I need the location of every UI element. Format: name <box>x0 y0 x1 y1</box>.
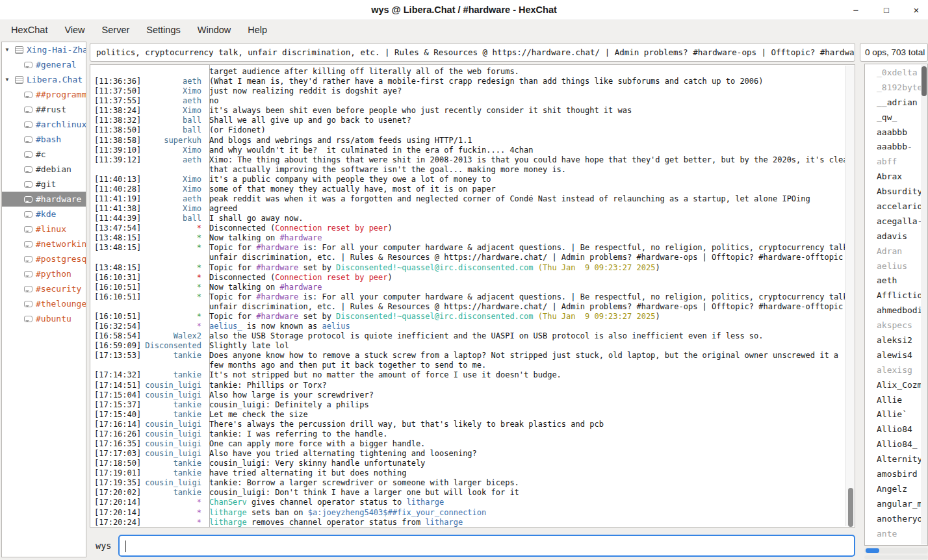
menu-help[interactable]: Help <box>239 20 276 40</box>
user-list-item[interactable]: Allio84_ <box>865 437 921 452</box>
topic-input[interactable]: politics, cryptocurrency talk, unfair di… <box>90 43 855 62</box>
expander-icon[interactable]: ▼ <box>2 77 12 83</box>
user-list-item[interactable]: aleksi2 <box>865 333 921 348</box>
tree-channel-postgresql[interactable]: #postgresql <box>2 251 86 266</box>
nick[interactable]: tankie <box>144 459 205 468</box>
tree-channel-hardware[interactable]: #hardware <box>2 192 86 207</box>
tree-channel-debian[interactable]: #debian <box>2 162 86 177</box>
tree-channel-git[interactable]: #git <box>2 177 86 192</box>
userlist-hscrollbar[interactable] <box>864 548 928 554</box>
nick[interactable]: tankie <box>144 410 205 420</box>
user-list-item[interactable]: acegalla- <box>865 214 921 229</box>
user-list-item[interactable]: _8192byte <box>865 81 921 95</box>
user-list-item[interactable]: Allie` <box>865 407 921 422</box>
user-list-item[interactable]: accelario <box>865 199 921 214</box>
nick[interactable]: cousin_luigi <box>144 478 205 488</box>
user-list-item[interactable]: Angelz <box>865 482 921 497</box>
user-list-item[interactable]: Allio84 <box>865 422 921 437</box>
tree-channel-archlinux[interactable]: #archlinux <box>2 117 86 132</box>
nick[interactable]: aeth <box>144 194 205 204</box>
menu-view[interactable]: View <box>56 20 93 40</box>
user-list-item[interactable]: _qw_ <box>865 110 921 125</box>
user-list-item[interactable]: ahmedbodi <box>865 303 921 318</box>
user-list-item[interactable]: akspecs <box>865 318 921 333</box>
tree-channel-c[interactable]: #c <box>2 147 86 162</box>
menu-settings[interactable]: Settings <box>138 20 188 40</box>
expander-icon[interactable]: ▼ <box>2 47 12 53</box>
nick[interactable]: cousin_luigi <box>144 381 205 390</box>
chat-scrollbar-thumb[interactable] <box>848 488 853 527</box>
chat-scrollbar[interactable] <box>845 66 854 526</box>
menu-hexchat[interactable]: HexChat <box>3 20 56 40</box>
userlist-hscrollbar-track2[interactable] <box>864 555 928 559</box>
user-list-item[interactable]: anotheryo <box>865 512 921 527</box>
nick[interactable]: cousin_luigi <box>144 449 205 459</box>
user-list-item[interactable]: amosbird <box>865 467 921 482</box>
nick[interactable]: ball <box>144 125 205 135</box>
nick[interactable]: Ximo <box>144 185 205 194</box>
tree-server-LiberaChat[interactable]: ▼Libera.Chat <box>2 72 86 87</box>
nick[interactable]: ball <box>144 116 205 125</box>
nick[interactable]: Ximo <box>144 86 205 96</box>
nick[interactable]: cousin_luigi <box>144 439 205 449</box>
user-list-item[interactable]: aelius <box>865 259 921 274</box>
user-list-item[interactable]: _0xdelta <box>865 66 921 81</box>
nick[interactable]: aeth <box>144 96 205 106</box>
tree-channel-rust[interactable]: ##rust <box>2 102 86 117</box>
minimize-button[interactable]: − <box>846 0 866 20</box>
nick[interactable]: cousin_luigi <box>144 429 205 439</box>
tree-server-XingHaiZhan[interactable]: ▼Xing-Hai-Zhan <box>2 42 86 57</box>
nick[interactable]: tankie <box>144 400 205 410</box>
nick[interactable]: superkuh <box>144 136 205 146</box>
menu-server[interactable]: Server <box>94 20 138 40</box>
nick[interactable]: tankie <box>144 468 205 478</box>
tree-channel-networking[interactable]: #networking <box>2 236 86 251</box>
user-list-item[interactable]: Abrax <box>865 170 921 185</box>
user-list-item[interactable]: ante <box>865 527 921 542</box>
tree-channel-linux[interactable]: #linux <box>2 222 86 236</box>
menu-window[interactable]: Window <box>189 20 240 40</box>
user-list-item[interactable]: Alix_Cozm <box>865 378 921 393</box>
user-list-item[interactable]: aeth <box>865 274 921 288</box>
tree-channel-bash[interactable]: #bash <box>2 132 86 147</box>
tree-channel-security[interactable]: #security <box>2 281 86 296</box>
nick[interactable]: tankie <box>144 488 205 498</box>
user-list-item[interactable]: aaabbb- <box>865 140 921 155</box>
nick[interactable]: tankie <box>144 351 205 361</box>
user-list-item[interactable]: Absurdity <box>865 185 921 199</box>
user-list-item[interactable]: adavis <box>865 229 921 244</box>
nick[interactable]: Ximo <box>144 106 205 116</box>
user-list-item[interactable]: Adran <box>865 244 921 259</box>
nick[interactable]: aeth <box>144 155 205 165</box>
nick[interactable]: cousin_luigi <box>144 390 205 400</box>
nick[interactable]: cousin_luigi <box>144 420 205 429</box>
userlist-scrollbar-thumb[interactable] <box>922 66 927 96</box>
user-list-item[interactable]: alexisg <box>865 363 921 378</box>
maximize-button[interactable]: □ <box>877 0 896 20</box>
nick[interactable]: Ximo <box>144 204 205 214</box>
nick[interactable]: Ximo <box>144 175 205 185</box>
nick[interactable]: Walex2 <box>144 331 205 341</box>
user-list-item[interactable]: __adrian <box>865 95 921 110</box>
tree-channel-python[interactable]: #python <box>2 266 86 281</box>
tree-channel-programming[interactable]: ##programming <box>2 87 86 102</box>
nick[interactable]: Ximo <box>144 146 205 155</box>
nick[interactable]: ball <box>144 214 205 223</box>
message-input[interactable] <box>118 535 855 557</box>
user-list-item[interactable]: Affliction <box>865 288 921 303</box>
close-button[interactable]: × <box>907 0 926 20</box>
nick[interactable]: tankie <box>144 370 205 380</box>
user-list-item[interactable]: Allie <box>865 393 921 408</box>
tree-channel-ubuntu[interactable]: #ubuntu <box>2 311 86 326</box>
tree-channel-thelounge[interactable]: #thelounge <box>2 296 86 311</box>
userlist-hscrollbar-thumb[interactable] <box>866 548 879 553</box>
nick[interactable]: Disconsented <box>144 341 205 351</box>
user-list-item[interactable]: alewis4 <box>865 348 921 363</box>
userlist-scrollbar[interactable] <box>921 65 927 544</box>
user-list-item[interactable]: Alternity <box>865 452 921 467</box>
nick[interactable]: aeth <box>144 77 205 86</box>
user-list-item[interactable]: abff <box>865 155 921 170</box>
user-list-item[interactable]: aaabbb <box>865 125 921 140</box>
user-list-item[interactable]: angular_m <box>865 497 921 512</box>
tree-channel-kde[interactable]: #kde <box>2 207 86 222</box>
